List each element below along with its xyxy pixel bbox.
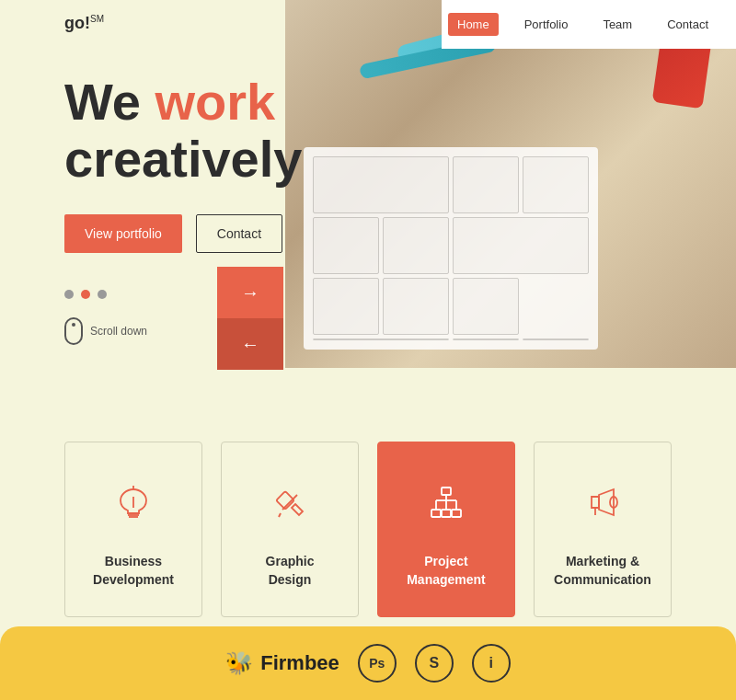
service-card-business[interactable]: BusinessDevelopment — [64, 442, 202, 617]
hero-title: We work creatively — [64, 74, 736, 187]
bulb-icon — [110, 479, 156, 525]
scroll-label: Scroll down — [90, 325, 147, 338]
logo-text: go! — [64, 14, 90, 32]
svg-rect-10 — [452, 510, 461, 517]
arrow-navigation: → ← — [217, 267, 283, 370]
view-portfolio-button[interactable]: View portfolio — [64, 214, 182, 253]
footer-brand: 🐝 Firmbee — [225, 650, 339, 676]
logo-sup: SM — [90, 14, 104, 24]
footer-info-icon[interactable]: i — [472, 644, 511, 683]
service-label-project: ProjectManagement — [407, 553, 486, 589]
dot-2[interactable] — [81, 290, 90, 299]
service-card-marketing[interactable]: Marketing &Communication — [534, 442, 672, 617]
service-card-project[interactable]: ProjectManagement — [377, 442, 515, 617]
service-label-marketing: Marketing &Communication — [554, 553, 651, 589]
hero-title-we: We — [64, 73, 155, 131]
svg-rect-8 — [431, 510, 441, 517]
dot-1[interactable] — [64, 290, 74, 299]
hierarchy-icon — [423, 479, 469, 525]
bee-icon: 🐝 — [225, 650, 253, 676]
navbar: Home Portfolio Team Contact — [442, 0, 736, 49]
prev-arrow-button[interactable]: ← — [217, 318, 283, 370]
hero-title-work: work — [155, 73, 276, 131]
service-label-graphic: GraphicDesign — [266, 553, 315, 589]
hero-dots — [64, 290, 736, 299]
logo: go!SM — [64, 14, 104, 33]
footer-banner: 🐝 Firmbee Ps S i — [0, 626, 736, 700]
dot-3[interactable] — [98, 290, 107, 299]
next-arrow-button[interactable]: → — [217, 267, 283, 318]
footer-ps-icon[interactable]: Ps — [358, 644, 397, 683]
footer-s-icon[interactable]: S — [415, 644, 454, 683]
nav-team[interactable]: Team — [593, 13, 641, 36]
services-grid: BusinessDevelopment GraphicDesign — [64, 442, 672, 617]
nav-contact[interactable]: Contact — [658, 13, 718, 36]
contact-button[interactable]: Contact — [196, 214, 282, 253]
svg-line-6 — [279, 513, 281, 517]
svg-rect-7 — [442, 488, 451, 495]
svg-line-5 — [282, 495, 297, 510]
nav-home[interactable]: Home — [448, 13, 499, 36]
scroll-icon — [64, 317, 83, 345]
service-label-business: BusinessDevelopment — [93, 553, 174, 589]
service-card-graphic[interactable]: GraphicDesign — [221, 442, 359, 617]
footer-brand-name: Firmbee — [260, 651, 339, 675]
svg-rect-9 — [442, 510, 451, 517]
megaphone-icon — [580, 479, 626, 525]
hero-buttons: View portfolio Contact — [64, 214, 736, 253]
nav-portfolio[interactable]: Portfolio — [515, 13, 578, 36]
hero-section: We work creatively View portfolio Contac… — [0, 0, 736, 396]
hero-content: We work creatively View portfolio Contac… — [0, 0, 736, 382]
hero-title-creatively: creatively — [64, 130, 302, 188]
pencil-ruler-icon — [267, 479, 313, 525]
scroll-down[interactable]: Scroll down — [64, 317, 736, 345]
scroll-dot — [72, 323, 75, 327]
